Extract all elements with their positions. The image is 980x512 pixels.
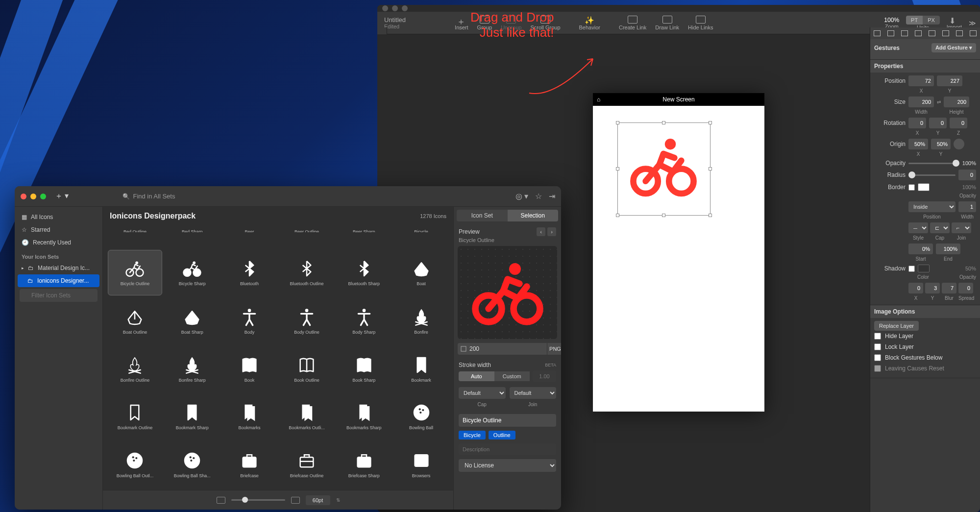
icon-cell[interactable]: Bluetooth bbox=[222, 250, 277, 296]
align-bottom-icon[interactable] bbox=[939, 27, 953, 39]
radius-slider[interactable] bbox=[908, 174, 956, 176]
rotation-z-input[interactable] bbox=[950, 118, 967, 128]
icon-cell[interactable]: Bicycle bbox=[394, 226, 448, 235]
sidebar-recent[interactable]: 🕘Recently Used bbox=[18, 236, 99, 249]
shadow-y-input[interactable] bbox=[925, 283, 940, 293]
grid-view-icon[interactable] bbox=[217, 497, 225, 504]
bicycle-icon-on-canvas[interactable] bbox=[627, 132, 700, 200]
icon-cell[interactable]: Bowling Ball Outl... bbox=[108, 442, 162, 487]
stepper-icon[interactable]: ⇅ bbox=[336, 497, 340, 503]
icon-cell[interactable]: Bed Outline bbox=[108, 226, 162, 235]
origin-y-input[interactable] bbox=[931, 139, 951, 149]
maximize-button[interactable] bbox=[402, 5, 408, 11]
icon-cell[interactable]: Beer bbox=[222, 226, 277, 235]
icon-cell[interactable]: Body bbox=[222, 298, 277, 343]
border-start-input[interactable] bbox=[908, 244, 933, 254]
icon-cell[interactable]: Bookmarks bbox=[222, 394, 277, 439]
radius-input[interactable] bbox=[958, 170, 976, 180]
icon-cell[interactable]: Bookmarks Sharp bbox=[337, 394, 391, 439]
description-input[interactable] bbox=[459, 443, 556, 455]
draw-link-action[interactable]: Draw Link bbox=[655, 16, 679, 30]
hide-links-action[interactable]: Hide Links bbox=[688, 16, 713, 30]
sidebar-material-design[interactable]: ▸🗀Material Design Ic... bbox=[18, 262, 99, 274]
icon-cell[interactable]: Bicycle Outline bbox=[108, 250, 162, 296]
border-position-select[interactable]: Inside bbox=[908, 201, 956, 212]
license-select[interactable]: No License bbox=[459, 459, 556, 472]
size-slider[interactable] bbox=[231, 499, 285, 501]
behavior-action[interactable]: ✨Behavior bbox=[579, 16, 600, 30]
export-format-select[interactable]: PNG bbox=[547, 343, 561, 355]
icon-cell[interactable]: Boat bbox=[394, 250, 448, 296]
shadow-checkbox[interactable] bbox=[908, 266, 915, 272]
stroke-auto-button[interactable]: Auto bbox=[459, 371, 494, 381]
align-center-v-icon[interactable] bbox=[925, 27, 939, 39]
icon-cell[interactable]: Bluetooth Sharp bbox=[337, 250, 391, 296]
origin-x-input[interactable] bbox=[908, 139, 928, 149]
border-color-swatch[interactable] bbox=[918, 183, 930, 191]
join-select[interactable]: Default bbox=[510, 387, 557, 399]
icon-cell[interactable]: Bowling Ball bbox=[394, 394, 448, 439]
preview-box[interactable] bbox=[458, 246, 557, 339]
icon-cell[interactable]: Beer Outline bbox=[280, 226, 334, 235]
origin-anchor-icon[interactable] bbox=[954, 139, 964, 149]
icon-cell[interactable]: Bonfire Sharp bbox=[165, 346, 220, 391]
maximize-button[interactable] bbox=[40, 194, 46, 199]
shadow-blur-input[interactable] bbox=[942, 283, 956, 293]
block-gestures-checkbox[interactable] bbox=[874, 354, 881, 361]
border-end-input[interactable] bbox=[936, 244, 960, 254]
size-h-input[interactable] bbox=[944, 97, 969, 107]
more-actions[interactable]: ≫ bbox=[969, 19, 976, 27]
icon-cell[interactable]: Beer Sharp bbox=[337, 226, 391, 235]
stroke-value-input[interactable] bbox=[533, 370, 556, 382]
selection-box[interactable] bbox=[617, 122, 710, 216]
tab-icon-set[interactable]: Icon Set bbox=[457, 210, 508, 221]
size-input[interactable] bbox=[306, 495, 330, 505]
icon-name-input[interactable] bbox=[459, 414, 556, 427]
next-icon-button[interactable]: › bbox=[547, 227, 556, 236]
icon-cell[interactable]: Briefcase Outline bbox=[280, 442, 334, 487]
icon-cell[interactable]: Book Sharp bbox=[337, 346, 391, 391]
rotation-x-input[interactable] bbox=[908, 118, 926, 128]
lock-aspect-icon[interactable]: ⇄ bbox=[937, 99, 941, 105]
cap-select[interactable]: Default bbox=[459, 387, 506, 399]
align-left-icon[interactable] bbox=[870, 27, 884, 39]
position-y-input[interactable] bbox=[937, 75, 962, 86]
border-cap-select[interactable]: ⊏ bbox=[930, 222, 950, 233]
large-grid-icon[interactable] bbox=[291, 497, 300, 504]
size-w-input[interactable] bbox=[908, 97, 934, 107]
icon-cell[interactable]: Book Outline bbox=[280, 346, 334, 391]
position-x-input[interactable] bbox=[908, 75, 934, 86]
star-icon[interactable]: ☆ bbox=[535, 192, 542, 201]
view-toggle-large[interactable] bbox=[291, 497, 300, 504]
align-center-h-icon[interactable] bbox=[884, 27, 898, 39]
minimize-button[interactable] bbox=[392, 5, 398, 11]
icon-cell[interactable]: Bookmark bbox=[394, 346, 448, 391]
shadow-spread-input[interactable] bbox=[958, 283, 973, 293]
icon-cell[interactable]: Bookmark Outline bbox=[108, 394, 162, 439]
export-icon[interactable]: ⇥ bbox=[549, 192, 555, 201]
distribute-h-icon[interactable] bbox=[953, 27, 966, 39]
align-right-icon[interactable] bbox=[898, 27, 911, 39]
align-top-icon[interactable] bbox=[911, 27, 925, 39]
icon-cell[interactable]: Bonfire bbox=[394, 298, 448, 343]
border-width-input[interactable] bbox=[958, 201, 976, 212]
border-join-select[interactable]: ⌐ bbox=[952, 222, 971, 233]
icon-cell[interactable]: Boat Outline bbox=[108, 298, 162, 343]
sidebar-starred[interactable]: ☆Starred bbox=[18, 223, 99, 236]
icon-cell[interactable]: Briefcase Sharp bbox=[337, 442, 391, 487]
icon-cell[interactable]: Body Outline bbox=[280, 298, 334, 343]
stroke-custom-button[interactable]: Custom bbox=[494, 371, 530, 381]
icon-cell[interactable]: Bookmark Sharp bbox=[165, 394, 220, 439]
export-size-input[interactable] bbox=[458, 343, 547, 355]
insert-action[interactable]: ＋Insert bbox=[455, 16, 468, 30]
tag-outline[interactable]: Outline bbox=[489, 431, 515, 439]
icon-cell[interactable]: Bonfire Outline bbox=[108, 346, 162, 391]
close-button[interactable] bbox=[382, 5, 388, 11]
leaving-reset-checkbox[interactable] bbox=[874, 365, 881, 372]
icon-cell[interactable]: Bicycle Sharp bbox=[165, 250, 220, 296]
icon-cell[interactable]: Browsers bbox=[394, 442, 448, 487]
replace-layer-button[interactable]: Replace Layer bbox=[874, 321, 919, 331]
settings-icon[interactable]: ◎ ▾ bbox=[515, 192, 528, 201]
close-button[interactable] bbox=[21, 194, 26, 199]
sidebar-ionicons[interactable]: 🗀Ionicons Designer... bbox=[18, 274, 99, 287]
